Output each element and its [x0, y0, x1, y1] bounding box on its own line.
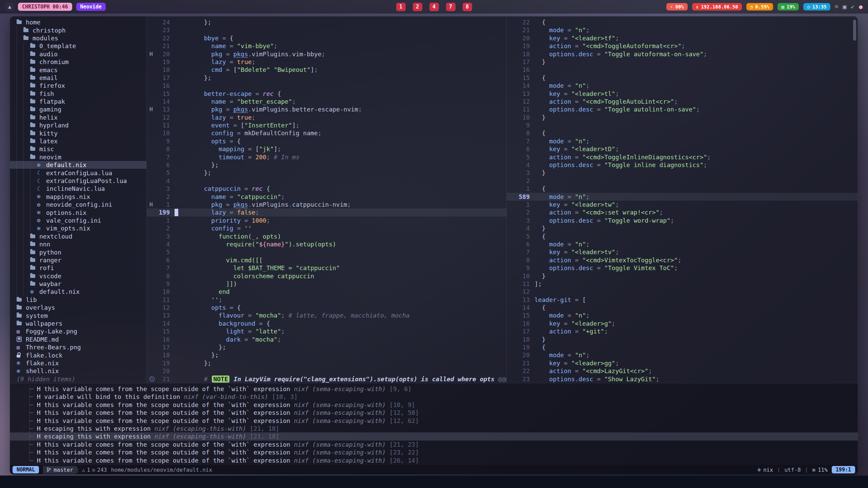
tree-item[interactable]: christoph [10, 26, 146, 34]
tree-item[interactable]: neovim [10, 153, 146, 161]
battery-badge[interactable]: ⚡80% [666, 3, 688, 11]
distro-logo-icon[interactable]: ▲ [5, 3, 14, 11]
tree-item[interactable]: gaming [10, 105, 146, 113]
code-line[interactable]: H20 pkg = pkgs.vimPlugins.vim-bbye; [147, 50, 506, 58]
tree-item[interactable]: nextcloud [10, 232, 146, 240]
tree-item[interactable]: README.md [10, 336, 146, 343]
code-line[interactable]: 21 key = "<leader>gg"; [507, 359, 858, 367]
code-line[interactable]: 5 }; [147, 169, 506, 177]
code-line[interactable]: 7 key = "<leader>tv"; [507, 248, 858, 256]
clock-badge[interactable]: ◷13:35 [803, 3, 830, 11]
code-line[interactable]: 12 lazy = true; [147, 114, 506, 121]
code-line[interactable]: 14 mode = "n"; [507, 82, 858, 89]
tree-item[interactable]: latex [10, 137, 146, 145]
tree-item[interactable]: 0_template [10, 42, 146, 50]
code-line[interactable]: 7 timeout = 200; # In ms [147, 153, 506, 161]
code-line[interactable]: 17 } [507, 58, 858, 66]
tree-item[interactable]: helix [10, 114, 146, 121]
code-line[interactable]: 19 { [507, 343, 858, 351]
code-line[interactable]: 12 action = "<cmd>ToggleAutoLint<cr>"; [507, 98, 858, 105]
tree-item[interactable]: vscode [10, 272, 146, 280]
code-line[interactable]: 15 { [507, 74, 858, 82]
code-line[interactable]: 9 ]]) [147, 280, 506, 288]
code-line[interactable]: 12 opts = { [147, 304, 506, 311]
code-line[interactable]: 1 key = "<leader>tw"; [507, 201, 858, 208]
code-line[interactable]: 16 [147, 82, 506, 89]
keyboard-icon[interactable]: ▣ [843, 4, 846, 10]
tree-item[interactable]: neovide_config.ini [10, 201, 146, 208]
tree-item[interactable]: options.nix [10, 208, 146, 216]
code-line[interactable]: 18 options.desc = "Toggle autoformat-on-… [507, 50, 858, 58]
tree-item[interactable]: default.nix [10, 161, 146, 169]
workspace-button[interactable]: 8 [463, 3, 472, 11]
code-line[interactable]: 2 action = "<cmd>:set wrap!<cr>"; [507, 208, 858, 216]
tree-item[interactable]: lib [10, 296, 146, 304]
tree-item[interactable]: waybar [10, 280, 146, 288]
code-line[interactable]: 8 { [507, 129, 858, 137]
tree-item[interactable]: wallpapers [10, 320, 146, 327]
tree-item[interactable]: vim_opts.nix [10, 224, 146, 232]
tree-item[interactable]: rofi [10, 264, 146, 272]
code-line[interactable]: 9 options.desc = "Toggle Vimtex ToC"; [507, 264, 858, 272]
code-line[interactable]: 3 options.desc = "Toggle word-wrap"; [507, 217, 858, 224]
tree-item[interactable]: modules [10, 34, 146, 42]
diagnostics-summary[interactable]: △ 1 ◎ 243 [82, 467, 107, 473]
code-line[interactable]: 23 options.desc = "Show LazyGit"; [507, 375, 858, 383]
tree-item[interactable]: nnn [10, 240, 146, 248]
tree-item[interactable]: misc [10, 145, 146, 153]
tree-item[interactable]: email [10, 74, 146, 82]
code-line[interactable]: 7 mode = "n"; [507, 137, 858, 145]
code-line[interactable]: 11 options.desc = "Toggle autolint-on-sa… [507, 105, 858, 113]
bulb-icon[interactable]: ☼ [835, 4, 839, 10]
code-line[interactable]: 8 colorscheme catppuccin [147, 272, 506, 280]
code-line[interactable]: 21 mode = "n"; [507, 26, 858, 34]
tree-item[interactable]: flake.lock [10, 351, 146, 359]
tree-item[interactable]: inclineNavic.lua [10, 185, 146, 192]
code-line[interactable]: 10 } [507, 272, 858, 280]
code-line[interactable]: 15 light = "latte"; [147, 327, 506, 335]
code-line[interactable]: 15 mode = "n"; [507, 311, 858, 319]
code-line[interactable]: 17 action = "+git"; [507, 327, 858, 335]
code-line[interactable]: 8 mapping = ["jk"]; [147, 145, 506, 153]
tree-item[interactable]: ranger [10, 256, 146, 264]
code-line[interactable]: 10 config = mkDefaultConfig name; [147, 129, 506, 137]
code-line[interactable]: 18 cmd = ["Bdelete" "Bwipeout"]; [147, 66, 506, 74]
tree-item[interactable]: system [10, 311, 146, 319]
workspace-button[interactable]: 7 [446, 3, 456, 11]
workspace-button[interactable]: 1 [396, 3, 406, 11]
memory-badge[interactable]: ▤19% [778, 3, 799, 11]
code-line[interactable]: 22 { [507, 18, 858, 26]
tree-item[interactable]: python [10, 248, 146, 256]
code-line[interactable]: 18 }; [147, 351, 506, 359]
code-line[interactable]: 2 name = "catppuccin"; [147, 193, 506, 201]
code-line[interactable]: 10 end [147, 288, 506, 296]
tree-item[interactable]: home [10, 18, 146, 26]
tree-item[interactable]: vale_config.ini [10, 217, 146, 224]
code-line[interactable]: 15 better-escape = rec { [147, 90, 506, 98]
code-line[interactable]: 18 } [507, 336, 858, 343]
code-line[interactable]: 1 priority = 1000; [147, 217, 506, 224]
quickfix-row[interactable]: ─ H escaping this with expression nixf (… [10, 432, 858, 440]
quickfix-row[interactable]: ─ H variable will bind to this definitio… [10, 393, 858, 401]
code-line[interactable]: 23 [147, 26, 506, 34]
code-line[interactable]: 5 { [507, 232, 858, 240]
code-line[interactable]: 14 background = { [147, 320, 506, 327]
code-line[interactable]: 20 mode = "n"; [507, 351, 858, 359]
tree-item[interactable]: chromium [10, 58, 146, 66]
code-line[interactable]: H13 pkg = pkgs.vimPlugins.better-escape-… [147, 105, 506, 113]
tree-item[interactable]: Foggy-Lake.png [10, 327, 146, 335]
code-line[interactable]: 11 event = ["InsertEnter"]; [147, 121, 506, 129]
code-line[interactable]: 20 [147, 367, 506, 375]
code-line[interactable]: 6 key = "<leader>tD"; [507, 145, 858, 153]
code-line[interactable]: 6 mode = "n"; [507, 240, 858, 248]
tree-item[interactable]: shell.nix [10, 367, 146, 375]
code-line[interactable]: 17 }; [147, 74, 506, 82]
git-branch[interactable]: master [43, 466, 78, 474]
tree-item[interactable]: default.nix [10, 288, 146, 296]
code-line[interactable]: 9 opts = { [147, 137, 506, 145]
code-line[interactable]: 19 action = "<cmd>ToggleAutoformat<cr>"; [507, 42, 858, 50]
code-line[interactable]: 5 action = "<cmd>ToggleInlineDiagnostics… [507, 153, 858, 161]
code-line[interactable]: 17 }; [147, 343, 506, 351]
tree-item[interactable]: kitty [10, 129, 146, 137]
code-line[interactable]: 6 vim.cmd([[ [147, 256, 506, 264]
